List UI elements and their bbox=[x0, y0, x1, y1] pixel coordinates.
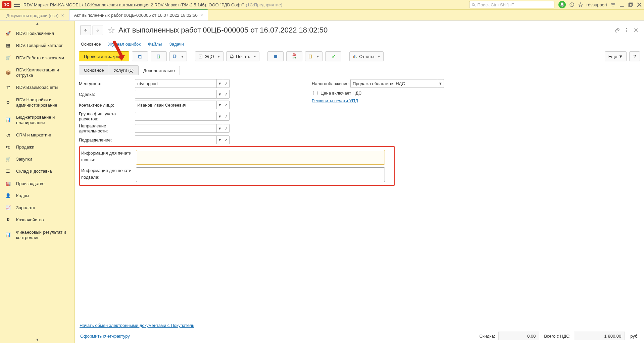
sidebar-item-payroll[interactable]: 📈Зарплата bbox=[0, 202, 75, 214]
sidebar-item-sales[interactable]: 🛍Продажи bbox=[0, 141, 75, 153]
footer-print-info-field[interactable] bbox=[136, 167, 385, 182]
dropdown-icon[interactable]: ▼ bbox=[216, 112, 223, 120]
sidebar-item-finresult[interactable]: 📊Финансовый результат и контроллинг bbox=[0, 226, 75, 244]
sidebar-item-treasury[interactable]: ₽Казначейство bbox=[0, 214, 75, 226]
dtkt-icon: ДтКт bbox=[293, 53, 296, 60]
dropdown-icon[interactable]: ▼ bbox=[216, 124, 223, 132]
contact-field[interactable]: ▼ ↗ bbox=[135, 101, 230, 109]
main-menu-icon[interactable] bbox=[14, 3, 20, 7]
sidebar-item-budgeting[interactable]: 📊Бюджетирование и планирование bbox=[0, 111, 75, 129]
sidebar-item-rdv-settlements[interactable]: ⇄RDV:Взаиморасчеты bbox=[0, 81, 75, 94]
subnav-errors[interactable]: Журнал ошибок bbox=[108, 42, 141, 47]
open-icon[interactable]: ↗ bbox=[223, 124, 229, 132]
save-button[interactable] bbox=[132, 51, 148, 61]
tab-sales-documents[interactable]: Документы продажи (все) × bbox=[1, 10, 69, 20]
favorite-star-icon[interactable] bbox=[108, 26, 115, 34]
create-based-on-button[interactable]: ▼ bbox=[169, 51, 187, 61]
open-icon[interactable]: ↗ bbox=[223, 136, 229, 144]
dept-input[interactable] bbox=[135, 136, 216, 144]
inner-tab-additional[interactable]: Дополнительно bbox=[138, 66, 180, 75]
attachments-button[interactable]: ▼ bbox=[305, 51, 323, 61]
ruble-icon: ₽ bbox=[5, 217, 11, 223]
activity-label: Направление деятельности: bbox=[79, 123, 135, 133]
kebab-icon[interactable] bbox=[624, 27, 629, 33]
close-icon[interactable]: × bbox=[61, 13, 64, 18]
current-user[interactable]: rdvsupport bbox=[587, 2, 607, 7]
history-icon[interactable] bbox=[569, 2, 575, 7]
dropdown-icon[interactable]: ▼ bbox=[216, 79, 223, 88]
sidebar-scroll-down[interactable]: ▾ bbox=[0, 337, 75, 343]
sidebar-item-warehouse[interactable]: ☰Склад и доставка bbox=[0, 165, 75, 177]
notifications-button[interactable] bbox=[558, 1, 566, 8]
tax-field[interactable]: ▼ bbox=[350, 79, 444, 88]
open-icon[interactable]: ↗ bbox=[223, 112, 229, 120]
upd-requisites-link[interactable]: Реквизиты печати УПД bbox=[312, 98, 358, 103]
nav-back-button[interactable] bbox=[80, 25, 91, 35]
deal-field[interactable]: ▼ ↗ bbox=[135, 90, 230, 99]
manager-input[interactable] bbox=[135, 80, 216, 87]
reports-button[interactable]: Отчеты▼ bbox=[349, 51, 384, 61]
fingroup-field[interactable]: ▼ ↗ bbox=[135, 112, 230, 121]
dept-field[interactable]: ▼ ↗ bbox=[135, 135, 230, 144]
manager-field[interactable]: ▼ ↗ bbox=[135, 79, 230, 88]
dropdown-icon[interactable]: ▼ bbox=[437, 79, 444, 88]
activity-field[interactable]: ▼ ↗ bbox=[135, 124, 230, 133]
open-icon[interactable]: ↗ bbox=[223, 79, 229, 88]
print-button[interactable]: Печать▼ bbox=[226, 51, 260, 61]
open-icon[interactable]: ↗ bbox=[223, 90, 229, 98]
dropdown-icon[interactable]: ▼ bbox=[216, 136, 223, 144]
tax-input[interactable] bbox=[351, 80, 437, 87]
inner-tab-main[interactable]: Основное bbox=[79, 65, 109, 75]
create-invoice-link[interactable]: Оформить счет-фактуру bbox=[80, 334, 130, 339]
sidebar-item-rdv-orders[interactable]: 🛒RDV:Работа с заказами bbox=[0, 52, 75, 64]
price-includes-vat-checkbox[interactable] bbox=[313, 91, 317, 95]
sidebar-item-purchases[interactable]: 🛒Закупки bbox=[0, 153, 75, 165]
approve-button[interactable] bbox=[325, 51, 341, 61]
start-edo-link[interactable]: Начать обмен электронными документами с … bbox=[80, 323, 639, 328]
sidebar-item-label: RDV:Подключения bbox=[16, 31, 70, 36]
sidebar-item-rdv-picking[interactable]: 📦RDV:Комплектация и отгрузка bbox=[0, 64, 75, 82]
bag-icon: 🛍 bbox=[5, 145, 11, 150]
activity-input[interactable] bbox=[135, 125, 216, 132]
sidebar-item-rdv-settings[interactable]: ⚙RDV:Настройки и администрирование bbox=[0, 94, 75, 112]
sidebar-item-rdv-connections[interactable]: 🚀RDV:Подключения bbox=[0, 27, 75, 40]
deal-input[interactable] bbox=[135, 91, 216, 98]
subnav-tasks[interactable]: Задачи bbox=[169, 42, 184, 47]
post-and-close-button[interactable]: Провести и закрыть bbox=[79, 51, 129, 61]
help-button[interactable]: ? bbox=[629, 51, 640, 61]
contact-input[interactable] bbox=[135, 101, 216, 109]
tab-act[interactable]: Акт выполненных работ 00ЦБ-000005 от 16.… bbox=[69, 9, 208, 20]
dropdown-icon[interactable]: ▼ bbox=[216, 101, 223, 109]
subnav-main[interactable]: Основное bbox=[81, 42, 101, 47]
close-icon[interactable] bbox=[633, 27, 639, 33]
open-icon[interactable]: ↗ bbox=[223, 101, 229, 109]
global-search[interactable]: Поиск Ctrl+Shift+F bbox=[469, 1, 554, 8]
sidebar-item-hr[interactable]: 👤Кадры bbox=[0, 190, 75, 202]
window-minimize-icon[interactable] bbox=[619, 2, 625, 7]
sidebar-item-label: Зарплата bbox=[16, 205, 70, 211]
close-icon[interactable]: × bbox=[200, 12, 203, 18]
related-list-button[interactable] bbox=[267, 51, 284, 61]
window-restore-icon[interactable] bbox=[628, 2, 633, 7]
post-icon bbox=[156, 54, 161, 59]
edo-icon bbox=[198, 54, 203, 59]
sidebar-item-crm[interactable]: ◔CRM и маркетинг bbox=[0, 129, 75, 141]
nav-forward-button[interactable] bbox=[92, 25, 103, 35]
sidebar-item-production[interactable]: 🏭Производство bbox=[0, 178, 75, 190]
edo-button[interactable]: ЭДО▼ bbox=[195, 51, 224, 61]
sidebar-scroll-up[interactable]: ▴ bbox=[0, 21, 75, 27]
sidebar-item-rdv-catalog[interactable]: ▦RDV:Товарный каталог bbox=[0, 40, 75, 52]
settings-lines-icon[interactable] bbox=[610, 2, 616, 7]
boxes-icon: ☰ bbox=[5, 169, 11, 174]
subnav-files[interactable]: Файлы bbox=[148, 42, 162, 47]
dt-kt-button[interactable]: ДтКт bbox=[286, 51, 302, 61]
favorites-star-icon[interactable] bbox=[578, 2, 583, 7]
post-button[interactable] bbox=[151, 51, 167, 61]
inner-tab-services[interactable]: Услуги (1) bbox=[109, 65, 139, 75]
fingroup-input[interactable] bbox=[135, 113, 216, 120]
header-print-info-field[interactable] bbox=[136, 150, 385, 165]
link-icon[interactable] bbox=[614, 27, 620, 33]
window-close-icon[interactable] bbox=[637, 2, 642, 7]
dropdown-icon[interactable]: ▼ bbox=[216, 90, 223, 98]
more-button[interactable]: Еще▼ bbox=[605, 51, 627, 61]
